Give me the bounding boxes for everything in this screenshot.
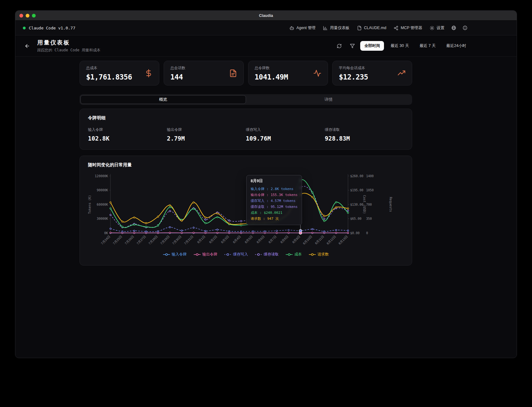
- svg-text:1400: 1400: [366, 174, 374, 178]
- legend-item[interactable]: 缓存写入: [224, 252, 248, 257]
- menu-item-agents[interactable]: Agent 管理: [286, 23, 319, 33]
- data-point: [240, 220, 242, 222]
- menu-item-usage-dashboard[interactable]: 用量仪表板: [320, 23, 353, 33]
- back-button[interactable]: [22, 40, 33, 52]
- app-version-label: Claude Code v1.0.77: [29, 26, 75, 30]
- legend-label: 请求数: [318, 252, 329, 257]
- tooltip-row: 请求数947 次: [251, 216, 298, 222]
- legend-marker-icon: [224, 253, 231, 256]
- language-button[interactable]: [448, 23, 459, 33]
- menu-item-label: Agent 管理: [296, 25, 315, 31]
- data-point: [181, 230, 182, 231]
- info-icon: [463, 25, 468, 30]
- titlebar: Claudia: [15, 11, 517, 21]
- svg-text:$260.00: $260.00: [350, 174, 363, 178]
- network-icon: [394, 26, 398, 30]
- token-breakdown-output: 输出令牌 2.79M: [167, 127, 246, 142]
- data-point: [169, 206, 171, 208]
- data-point: [205, 230, 206, 232]
- legend-item[interactable]: 输出令牌: [194, 252, 217, 257]
- data-point: [169, 232, 171, 234]
- data-point: [252, 232, 254, 234]
- app-status: Claude Code v1.0.77: [23, 26, 75, 30]
- data-point: [217, 216, 218, 218]
- data-point: [228, 232, 230, 234]
- stat-card-total-cost: 总成本 $1,761.8356: [79, 61, 159, 85]
- svg-text:0: 0: [366, 231, 368, 235]
- data-point: [181, 232, 182, 234]
- data-point: [252, 230, 254, 232]
- data-point: [193, 232, 194, 234]
- menu-item-settings[interactable]: 设置: [426, 23, 448, 33]
- data-point: [205, 217, 206, 218]
- main-content: 总成本 $1,761.8356 总会话数 144 总令牌数: [79, 61, 412, 265]
- data-point: [134, 217, 135, 218]
- tab-overview[interactable]: 概览: [80, 95, 246, 104]
- data-point: [335, 207, 337, 208]
- legend-marker-icon: [286, 253, 293, 256]
- svg-text:1050: 1050: [366, 188, 374, 192]
- close-button[interactable]: [19, 14, 23, 18]
- dollar-icon: [145, 69, 153, 77]
- highlight-point: [299, 229, 302, 232]
- menu-item-label: MCP 管理器: [401, 25, 422, 31]
- data-point: [264, 232, 266, 234]
- data-point: [324, 215, 325, 217]
- gear-icon: [430, 26, 434, 30]
- range-30-days-button[interactable]: 最近 30 天: [386, 41, 413, 51]
- data-point: [276, 232, 278, 234]
- data-point: [288, 232, 289, 234]
- filter-button[interactable]: [347, 41, 358, 51]
- stat-card-avg-cost: 平均每会话成本 $12.235: [332, 61, 412, 85]
- minimize-button[interactable]: [26, 14, 29, 18]
- refresh-button[interactable]: [334, 41, 345, 51]
- svg-text:8月2日: 8月2日: [208, 235, 218, 244]
- token-value: 928.83M: [325, 135, 404, 142]
- legend-item[interactable]: 请求数: [309, 252, 329, 257]
- svg-text:8月1日: 8月1日: [197, 235, 206, 244]
- zoom-button[interactable]: [32, 14, 36, 18]
- data-point: [122, 221, 123, 222]
- data-point: [193, 227, 194, 229]
- legend-item[interactable]: 成本: [286, 252, 302, 257]
- stat-label: 总令牌数: [255, 65, 288, 71]
- data-point: [228, 223, 230, 224]
- svg-text:$65.00: $65.00: [350, 217, 361, 220]
- tab-details[interactable]: 详情: [246, 95, 412, 104]
- legend-item[interactable]: 缓存读取: [255, 252, 279, 257]
- data-point: [146, 223, 147, 224]
- range-7-days-button[interactable]: 最近 7 天: [416, 41, 440, 51]
- data-point: [193, 202, 194, 203]
- status-dot-icon: [23, 27, 26, 29]
- menu-item-claude-md[interactable]: CLAUDE.md: [354, 23, 390, 33]
- legend-label: 缓存写入: [233, 252, 248, 257]
- data-point: [205, 219, 206, 220]
- token-label: 输入令牌: [88, 127, 167, 132]
- svg-text:8月9日: 8月9日: [292, 235, 301, 244]
- daily-usage-panel: 随时间变化的日常用量 0K30000K60000K90000K120000K$0…: [79, 156, 412, 265]
- about-button[interactable]: [460, 23, 470, 33]
- data-point: [169, 204, 171, 206]
- data-point: [110, 232, 111, 234]
- legend-item[interactable]: 输入令牌: [163, 252, 187, 257]
- svg-text:7月25日: 7月25日: [112, 235, 123, 245]
- stat-label: 总成本: [86, 65, 132, 71]
- data-point: [157, 232, 159, 234]
- data-point: [157, 216, 159, 218]
- stat-value: 1041.49M: [255, 73, 288, 81]
- token-label: 缓存读取: [325, 127, 404, 132]
- token-breakdown-panel: 令牌明细 输入令牌 102.8K 输出令牌 2.79M 缓存写入 109.76M…: [79, 109, 412, 150]
- data-point: [217, 213, 218, 214]
- svg-text:8月4日: 8月4日: [232, 235, 242, 244]
- data-point: [217, 229, 218, 230]
- range-24-hours-button[interactable]: 最近24小时: [442, 41, 470, 51]
- tooltip-row: 输出令牌155.3K tokens: [251, 192, 298, 198]
- document-icon: [229, 69, 237, 77]
- menu-item-mcp-manager[interactable]: MCP 管理器: [390, 23, 426, 33]
- range-all-time-button[interactable]: 全部时间: [360, 41, 384, 51]
- data-point: [110, 228, 111, 229]
- data-point: [264, 230, 266, 232]
- svg-text:Requests: Requests: [389, 197, 392, 212]
- stat-card-total-sessions: 总会话数 144: [164, 61, 243, 85]
- app-window: Claudia Claude Code v1.0.77 Agent 管理 用量仪…: [15, 10, 517, 358]
